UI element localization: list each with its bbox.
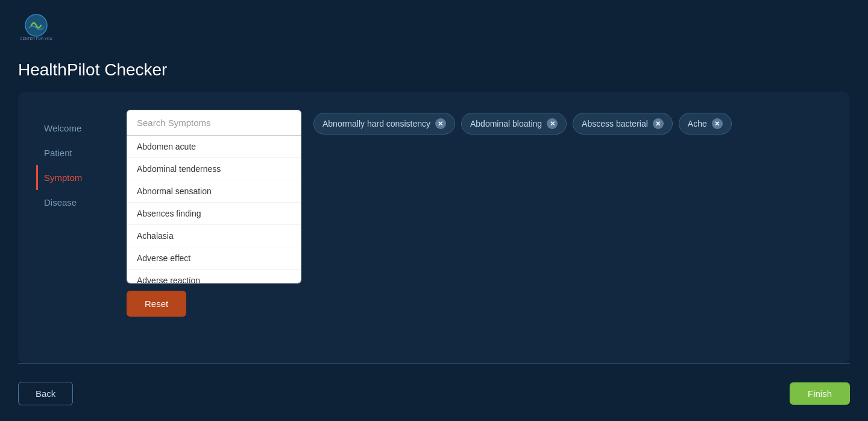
- finish-button[interactable]: Finish: [790, 382, 850, 405]
- tag-label: Ache: [688, 119, 707, 128]
- tag-abdominal-bloating: Abdominal bloating ✕: [461, 113, 567, 135]
- dropdown-list: Abdomen acute Abdominal tenderness Abnor…: [127, 136, 301, 283]
- dropdown-item-6[interactable]: Adverse reaction: [127, 270, 301, 283]
- divider: [18, 363, 850, 364]
- tag-close-0[interactable]: ✕: [435, 118, 446, 129]
- search-input-wrapper: [127, 110, 301, 136]
- tag-abnormally-hard: Abnormally hard consistency ✕: [313, 113, 455, 135]
- reset-button[interactable]: Reset: [127, 291, 186, 317]
- tag-label: Abnormally hard consistency: [322, 119, 430, 128]
- search-section: Abdomen acute Abdominal tenderness Abnor…: [127, 110, 301, 317]
- logo-container: CENTER FOR YOU: [18, 12, 54, 42]
- tag-close-2[interactable]: ✕: [653, 118, 664, 129]
- tag-close-1[interactable]: ✕: [547, 118, 558, 129]
- tag-label: Abdominal bloating: [470, 119, 542, 128]
- tags-section: Abnormally hard consistency ✕ Abdominal …: [313, 110, 832, 317]
- search-input[interactable]: [127, 110, 301, 136]
- sidebar-nav: Welcome Patient Symptom Disease: [36, 110, 108, 317]
- content-area: Abdomen acute Abdominal tenderness Abnor…: [127, 110, 832, 317]
- dropdown-item-5[interactable]: Adverse effect: [127, 247, 301, 270]
- card-content: Welcome Patient Symptom Disease Abdomen …: [36, 110, 832, 317]
- sidebar-item-disease[interactable]: Disease: [36, 190, 108, 215]
- dropdown-item-4[interactable]: Achalasia: [127, 225, 301, 247]
- dropdown-item-3[interactable]: Absences finding: [127, 203, 301, 225]
- page-title: HealthPilot Checker: [0, 54, 868, 92]
- header: CENTER FOR YOU: [0, 0, 868, 54]
- dropdown-item-0[interactable]: Abdomen acute: [127, 136, 301, 158]
- tag-ache: Ache ✕: [679, 113, 732, 135]
- sidebar-item-symptom[interactable]: Symptom: [36, 165, 108, 190]
- dropdown-item-2[interactable]: Abnormal sensation: [127, 180, 301, 203]
- svg-text:CENTER FOR YOU: CENTER FOR YOU: [20, 37, 52, 40]
- sidebar-item-patient[interactable]: Patient: [36, 141, 108, 165]
- back-button[interactable]: Back: [18, 382, 73, 405]
- tag-close-3[interactable]: ✕: [712, 118, 723, 129]
- dropdown-item-1[interactable]: Abdominal tenderness: [127, 158, 301, 180]
- sidebar-item-welcome[interactable]: Welcome: [36, 116, 108, 141]
- main-card: Welcome Patient Symptom Disease Abdomen …: [18, 92, 850, 363]
- tag-abscess-bacterial: Abscess bacterial ✕: [573, 113, 673, 135]
- tag-label: Abscess bacterial: [582, 119, 648, 128]
- bottom-nav: Back Finish: [0, 370, 868, 417]
- healthpilot-logo: CENTER FOR YOU: [18, 12, 54, 42]
